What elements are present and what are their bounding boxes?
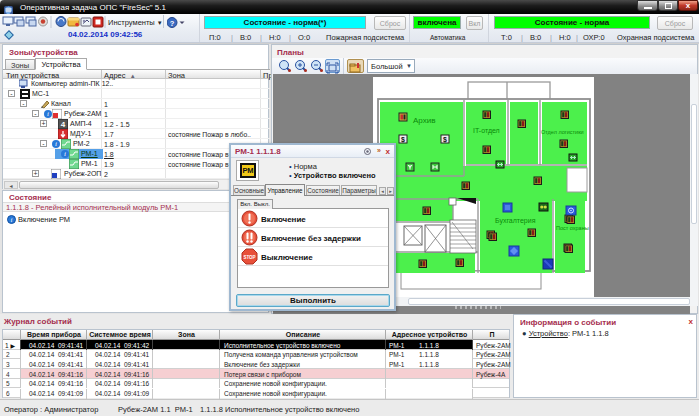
svg-text:$: $ <box>443 136 447 144</box>
svg-text:Архив: Архив <box>413 116 435 125</box>
svg-text:$: $ <box>401 136 405 144</box>
svg-text:Пост охраны: Пост охраны <box>556 225 589 231</box>
svg-text:?: ? <box>170 19 175 28</box>
svg-text:Бухгалтерия: Бухгалтерия <box>495 217 536 225</box>
svg-text:Отдел логистики: Отдел логистики <box>541 129 584 135</box>
svg-text:4: 4 <box>61 120 66 129</box>
svg-text:i: i <box>11 216 13 224</box>
svg-text:IT-отдел: IT-отдел <box>473 127 500 135</box>
svg-text:STOP: STOP <box>243 255 255 260</box>
